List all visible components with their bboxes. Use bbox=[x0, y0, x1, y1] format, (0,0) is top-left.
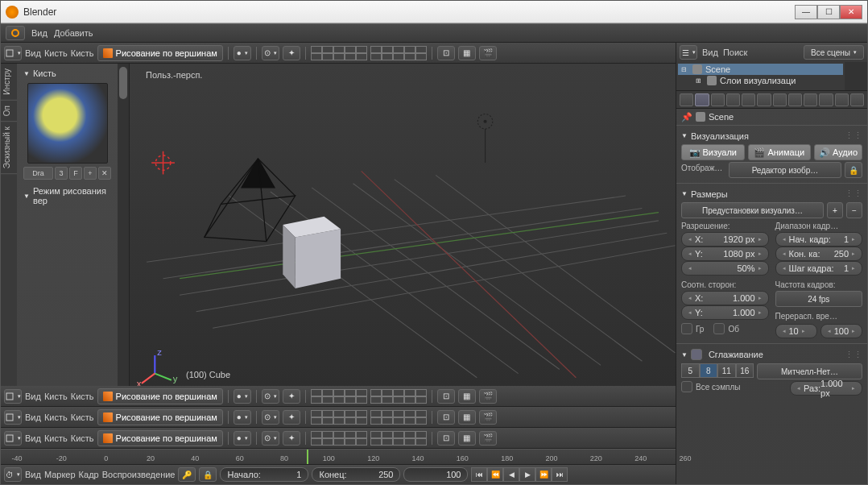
outliner-scrollbar[interactable] bbox=[845, 62, 867, 90]
aspect-y-field[interactable]: Y:1.000 bbox=[681, 305, 769, 320]
jump-last[interactable]: ⏭ bbox=[552, 467, 568, 482]
remap-new[interactable]: 100 bbox=[820, 324, 862, 338]
view3d-menu-view[interactable]: Вид bbox=[25, 48, 41, 58]
shading-2[interactable]: ● bbox=[234, 389, 251, 404]
ctx-particles[interactable] bbox=[835, 93, 849, 106]
layers-2a[interactable] bbox=[311, 389, 367, 404]
preset-add[interactable]: + bbox=[827, 202, 843, 218]
v2-menu-brush2[interactable]: Кисть bbox=[71, 392, 94, 401]
outliner-menu-search[interactable]: Поиск bbox=[723, 48, 747, 57]
manipulator-toggle[interactable]: ✦ bbox=[283, 46, 300, 60]
brush-fake[interactable]: F bbox=[69, 167, 82, 180]
remap-old[interactable]: 10 bbox=[775, 324, 817, 338]
outliner-menu-view[interactable]: Вид bbox=[702, 48, 718, 57]
tooltab-grease[interactable]: Эскизный к bbox=[1, 122, 17, 174]
manip-4[interactable]: ✦ bbox=[283, 431, 300, 446]
brush-del-icon[interactable]: ✕ bbox=[98, 167, 111, 180]
frame-end-field[interactable]: Конец:250 bbox=[312, 467, 400, 482]
border-3[interactable]: ▦ bbox=[458, 410, 476, 425]
pivot-2[interactable]: ⊙ bbox=[262, 389, 279, 404]
frame-start-field[interactable]: Нач. кадр:1 bbox=[775, 232, 863, 247]
ctx-texture[interactable] bbox=[819, 93, 833, 106]
border-4[interactable]: ▦ bbox=[458, 431, 476, 446]
render-border[interactable]: ▦ bbox=[458, 46, 476, 60]
aspect-x-field[interactable]: X:1.000 bbox=[681, 291, 769, 305]
lock-range[interactable]: 🔒 bbox=[199, 467, 217, 482]
ctx-render[interactable] bbox=[680, 93, 693, 106]
tl-menu-frame[interactable]: Кадр bbox=[79, 470, 99, 479]
layers-4b[interactable] bbox=[370, 431, 427, 446]
manip-3[interactable]: ✦ bbox=[283, 410, 300, 425]
pin-icon[interactable]: 📌 bbox=[681, 112, 692, 122]
manip-2[interactable]: ✦ bbox=[283, 389, 300, 404]
editor-type-3dview-3[interactable] bbox=[4, 410, 22, 425]
panel-aa-header[interactable]: Сглаживание⋮⋮ bbox=[681, 347, 862, 362]
lock-4[interactable]: ⊡ bbox=[437, 431, 455, 446]
play-reverse[interactable]: ◀ bbox=[503, 467, 519, 482]
aa-enable-check[interactable] bbox=[691, 349, 702, 360]
shading-3[interactable]: ● bbox=[234, 410, 251, 425]
brush-panel-header[interactable]: Кисть bbox=[20, 67, 114, 80]
lock-ui-toggle[interactable]: 🔒 bbox=[845, 162, 862, 178]
ctx-renderlayers[interactable] bbox=[695, 93, 709, 106]
mode-selector-3[interactable]: Рисование по вершинам bbox=[97, 409, 223, 425]
play-forward[interactable]: ▶ bbox=[519, 467, 535, 482]
editor-type-outliner[interactable]: ☰ bbox=[680, 45, 697, 60]
render-audio-button[interactable]: 🔊Аудио bbox=[814, 144, 862, 160]
view3d-menu-brush2[interactable]: Кисть bbox=[71, 48, 94, 58]
jump-first[interactable]: ⏮ bbox=[471, 467, 487, 482]
crop-check[interactable] bbox=[713, 323, 725, 334]
view3d-menu-brush[interactable]: Кисть bbox=[44, 48, 68, 58]
brush-users[interactable]: 3 bbox=[55, 167, 68, 180]
editor-type-3dview[interactable] bbox=[4, 46, 22, 60]
outliner-filter[interactable]: Все сцены bbox=[804, 45, 864, 60]
clap-4[interactable]: 🎬 bbox=[479, 431, 497, 446]
tooltab-tools[interactable]: Инстру bbox=[1, 64, 17, 101]
jump-nextkey[interactable]: ⏩ bbox=[535, 467, 552, 482]
tl-menu-play[interactable]: Воспроизведение bbox=[102, 470, 176, 479]
border-2[interactable]: ▦ bbox=[458, 389, 476, 404]
toolshelf-scrollbar[interactable] bbox=[118, 64, 129, 386]
frame-end-field[interactable]: Кон. ка:250 bbox=[775, 247, 863, 261]
ctx-world[interactable] bbox=[726, 93, 740, 106]
v2-menu-brush[interactable]: Кисть bbox=[44, 392, 68, 401]
close-button[interactable]: ✕ bbox=[840, 5, 862, 19]
outliner-row-renderlayers[interactable]: ⊞Слои визуализаци bbox=[678, 75, 843, 86]
border-check[interactable] bbox=[681, 323, 692, 334]
aa-filter-dropdown[interactable]: Митчелл-Нет… bbox=[757, 363, 862, 379]
panel-render-header[interactable]: Визуализация⋮⋮ bbox=[681, 129, 862, 143]
render-button[interactable]: 📷Визуали bbox=[681, 144, 745, 160]
res-pct-field[interactable]: 50% bbox=[681, 261, 769, 276]
res-x-field[interactable]: X:1920 px bbox=[681, 232, 769, 247]
fps-dropdown[interactable]: 24 fps bbox=[775, 291, 863, 307]
v3-menu-view[interactable]: Вид bbox=[25, 412, 41, 422]
tl-menu-marker[interactable]: Маркер bbox=[44, 470, 76, 479]
ctx-physics[interactable] bbox=[850, 93, 864, 106]
render-preset-dropdown[interactable]: Предустановки визуализ… bbox=[681, 202, 824, 218]
v4-menu-brush[interactable]: Кисть bbox=[44, 433, 68, 443]
maximize-button[interactable]: ☐ bbox=[817, 5, 840, 19]
preset-remove[interactable]: − bbox=[846, 202, 862, 218]
minimize-button[interactable]: — bbox=[795, 5, 817, 19]
tl-menu-view[interactable]: Вид bbox=[25, 470, 41, 479]
brush-add-icon[interactable]: + bbox=[84, 167, 97, 180]
viewport-3d[interactable]: Польз.-персп. bbox=[130, 64, 676, 386]
full-sample-check[interactable] bbox=[681, 381, 692, 392]
panel-dims-header[interactable]: Размеры⋮⋮ bbox=[681, 187, 862, 201]
autokey-toggle[interactable]: 🔑 bbox=[178, 467, 196, 482]
lock-2[interactable]: ⊡ bbox=[437, 389, 455, 404]
brush-preview[interactable] bbox=[27, 83, 108, 164]
pivot-mode[interactable]: ⊙ bbox=[262, 46, 279, 60]
clap-2[interactable]: 🎬 bbox=[479, 389, 497, 404]
layers-3b[interactable] bbox=[370, 410, 427, 425]
layer-buttons-2[interactable] bbox=[370, 46, 427, 60]
layer-buttons[interactable] bbox=[311, 46, 367, 60]
v3-menu-brush[interactable]: Кисть bbox=[44, 412, 68, 422]
outliner-tree[interactable]: ⊟Scene ⊞Слои визуализаци bbox=[676, 62, 845, 90]
ctx-constraints[interactable] bbox=[757, 93, 771, 106]
aa-5[interactable]: 5 bbox=[681, 363, 700, 378]
frame-step-field[interactable]: Шаг кадра:1 bbox=[775, 261, 863, 276]
layers-3a[interactable] bbox=[311, 410, 367, 425]
layers-2b[interactable] bbox=[370, 389, 427, 404]
info-menu-view[interactable]: Вид bbox=[31, 28, 48, 38]
